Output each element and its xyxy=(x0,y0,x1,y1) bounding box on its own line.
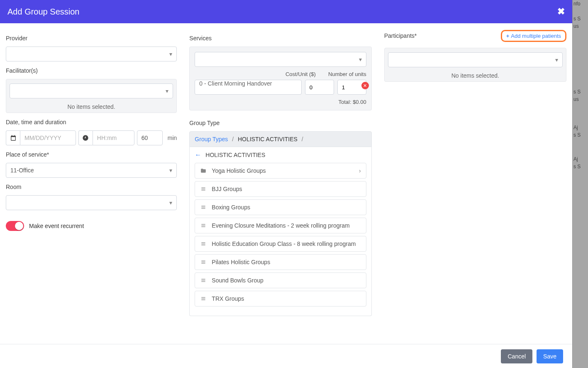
services-total: Total: $0.00 xyxy=(195,99,366,105)
modal-footer: Cancel Save xyxy=(0,344,572,368)
services-label: Services xyxy=(189,35,371,42)
group-type-item-label: Boxing Groups xyxy=(212,204,250,211)
place-value: 11-Office xyxy=(10,167,34,174)
column-middle: Services ▾ Cost/Unit ($) Number of units… xyxy=(189,32,371,340)
group-type-item[interactable]: Pilates Holistic Groups xyxy=(195,254,366,270)
date-input[interactable] xyxy=(20,130,76,145)
save-button[interactable]: Save xyxy=(537,349,563,363)
group-type-item-label: TRX Groups xyxy=(212,295,244,302)
modal-header: Add Group Session ✖ xyxy=(0,0,572,23)
list-icon xyxy=(200,186,207,192)
group-type-item[interactable]: Sound Bowls Group xyxy=(195,272,366,288)
recurrent-toggle[interactable] xyxy=(6,221,24,231)
list-icon xyxy=(200,296,207,302)
group-type-item[interactable]: Yoga Holistic Groups› xyxy=(195,163,366,179)
datetime-row: min xyxy=(6,130,177,145)
recurrent-label: Make event recurrent xyxy=(29,223,84,229)
group-type-item-label: Pilates Holistic Groups xyxy=(212,259,270,265)
time-input[interactable] xyxy=(93,130,134,145)
services-panel: ▾ Cost/Unit ($) Number of units 0 - Clie… xyxy=(189,47,371,110)
cancel-button[interactable]: Cancel xyxy=(501,349,532,363)
list-icon xyxy=(200,204,207,210)
group-type-item-label: Holistic Education Group Class - 8 week … xyxy=(212,240,356,247)
facilitators-select[interactable]: ▾ xyxy=(10,83,173,98)
min-unit: min xyxy=(165,135,177,141)
services-select[interactable]: ▾ xyxy=(195,52,366,67)
add-multiple-patients-label: Add multiple patients xyxy=(511,33,561,39)
facilitators-empty: No items selected. xyxy=(10,98,173,113)
chevron-right-icon: › xyxy=(359,167,361,174)
column-right: Participants* + Add multiple patients ▾ … xyxy=(384,32,566,340)
list-icon xyxy=(200,259,207,265)
group-type-item[interactable]: Evening Closure Meditations - 2 week rol… xyxy=(195,218,366,233)
remove-service-icon[interactable]: ✕ xyxy=(361,82,369,89)
room-label: Room xyxy=(6,184,177,190)
recurrent-row: Make event recurrent xyxy=(6,221,177,231)
group-type-item-label: BJJ Groups xyxy=(212,186,242,192)
group-type-item[interactable]: Boxing Groups xyxy=(195,199,366,215)
group-type-item-label: Yoga Holistic Groups xyxy=(212,167,266,174)
participants-panel: ▾ No items selected. xyxy=(384,48,566,82)
duration-input[interactable] xyxy=(137,130,163,145)
crumb-root[interactable]: Group Types xyxy=(195,136,228,142)
clock-icon[interactable] xyxy=(78,130,93,145)
group-type-item[interactable]: Holistic Education Group Class - 8 week … xyxy=(195,236,366,252)
list-icon xyxy=(200,223,207,228)
participants-label: Participants* xyxy=(384,32,417,39)
modal-title: Add Group Session xyxy=(7,7,79,17)
service-row: 0 - Client Morning Handover xyxy=(195,80,366,95)
group-type-heading: HOLISTIC ACTIVITIES xyxy=(205,152,265,158)
room-select[interactable]: ▾ xyxy=(6,195,177,210)
cost-input[interactable] xyxy=(305,80,334,95)
cost-header: Cost/Unit ($) xyxy=(285,71,316,77)
group-type-panel: Group Types / HOLISTIC ACTIVITIES / ← HO… xyxy=(189,131,371,316)
chevron-down-icon: ▾ xyxy=(359,56,362,63)
list-icon xyxy=(200,277,207,283)
back-arrow-icon[interactable]: ← xyxy=(195,151,201,159)
facilitators-panel: ▾ No items selected. xyxy=(6,79,177,113)
chevron-down-icon: ▾ xyxy=(169,199,172,206)
chevron-down-icon: ▾ xyxy=(166,88,168,94)
group-type-item[interactable]: BJJ Groups xyxy=(195,181,366,197)
provider-label: Provider xyxy=(6,35,177,42)
add-group-session-modal: Add Group Session ✖ Provider ▾ Facilitat… xyxy=(0,0,572,368)
provider-select[interactable]: ▾ xyxy=(6,47,177,61)
participants-select[interactable]: ▾ xyxy=(388,52,563,67)
group-type-item-label: Sound Bowls Group xyxy=(212,277,264,284)
place-select[interactable]: 11-Office ▾ xyxy=(6,163,177,178)
list-icon xyxy=(200,241,207,247)
column-left: Provider ▾ Facilitator(s) ▾ No items sel… xyxy=(6,32,177,340)
chevron-down-icon: ▾ xyxy=(169,167,172,174)
service-name: 0 - Client Morning Handover xyxy=(195,80,301,95)
group-type-item-label: Evening Closure Meditations - 2 week rol… xyxy=(212,222,349,229)
chevron-down-icon: ▾ xyxy=(169,51,172,57)
group-type-list: Yoga Holistic Groups›BJJ GroupsBoxing Gr… xyxy=(195,163,366,307)
calendar-icon[interactable] xyxy=(6,130,20,145)
datetime-label: Date, time and duration xyxy=(6,119,177,125)
folder-icon xyxy=(200,168,207,174)
add-multiple-patients-button[interactable]: + Add multiple patients xyxy=(501,30,566,42)
units-header: Number of units xyxy=(328,71,366,77)
place-label: Place of service* xyxy=(6,151,177,158)
plus-icon: + xyxy=(506,33,510,39)
facilitators-label: Facilitator(s) xyxy=(6,67,177,74)
close-icon[interactable]: ✖ xyxy=(557,6,565,17)
group-type-breadcrumb: Group Types / HOLISTIC ACTIVITIES / xyxy=(189,131,371,147)
modal-body: Provider ▾ Facilitator(s) ▾ No items sel… xyxy=(0,23,572,344)
group-type-body: ← HOLISTIC ACTIVITIES Yoga Holistic Grou… xyxy=(189,147,371,316)
group-type-label: Group Type xyxy=(189,120,371,126)
participants-empty: No items selected. xyxy=(388,67,563,81)
group-type-item[interactable]: TRX Groups xyxy=(195,291,366,307)
chevron-down-icon: ▾ xyxy=(555,56,558,63)
services-columns-header: Cost/Unit ($) Number of units xyxy=(195,71,366,77)
crumb-current: HOLISTIC ACTIVITIES xyxy=(238,136,298,142)
